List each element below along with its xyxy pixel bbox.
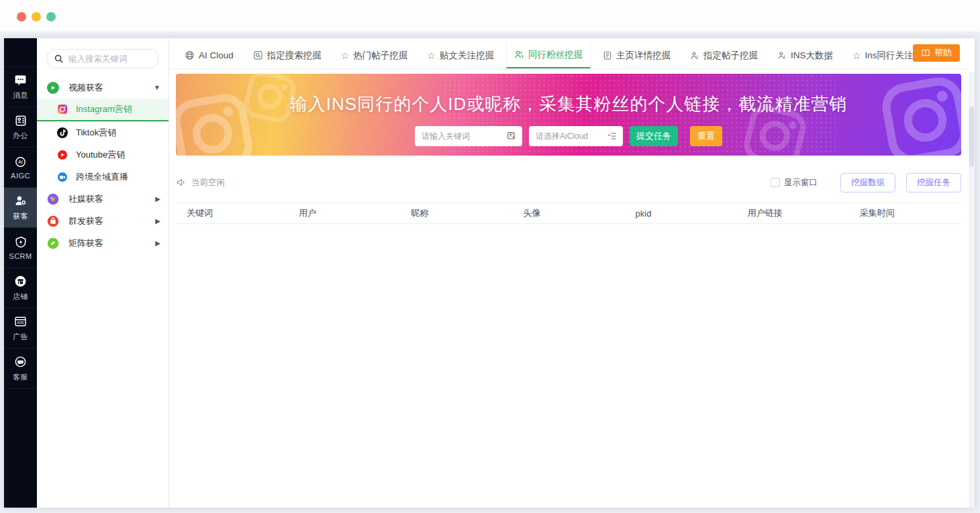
- dropdown-filter-icon[interactable]: [607, 131, 618, 141]
- reset-button[interactable]: 重置: [690, 126, 722, 146]
- sidebar-item-ads[interactable]: ADS 广告: [4, 308, 37, 349]
- tab-homepage-detail-mining[interactable]: 主页详情挖掘: [595, 42, 678, 68]
- svg-text:ADS: ADS: [17, 321, 24, 325]
- sidebar-item-office[interactable]: 办公: [4, 107, 37, 148]
- page-icon: [603, 51, 612, 60]
- people-icon: [514, 50, 524, 60]
- menu-group-video-acquisition[interactable]: 视频获客 ▼: [37, 76, 168, 99]
- feature-tabbar: AI Cloud 指定搜索挖掘 ☆ 热门帖子挖掘 ☆ 贴文关注挖掘 同行粉丝: [169, 42, 969, 69]
- status-text: 当前空闲: [191, 177, 225, 188]
- tab-search-mining[interactable]: 指定搜索挖掘: [246, 42, 329, 68]
- keyword-field[interactable]: [415, 126, 522, 146]
- sidebar-item-label: 广告: [13, 332, 28, 342]
- sidebar-item-label: 消息: [13, 91, 28, 101]
- mine-task-button[interactable]: 挖掘任务: [906, 173, 961, 192]
- live-camera-icon: [57, 172, 68, 182]
- window-controls: [17, 12, 56, 21]
- menu-group-label: 群发获客: [68, 215, 155, 227]
- import-document-icon[interactable]: [506, 131, 517, 141]
- sidebar-item-scrm[interactable]: SCRM: [4, 228, 37, 268]
- sidebar-item-label: AIGC: [11, 172, 30, 180]
- tab-label: 热门帖子挖掘: [353, 50, 407, 62]
- tab-post-follow-mining[interactable]: ☆ 贴文关注挖掘: [420, 42, 501, 68]
- menu-group-label: 社媒获客: [68, 193, 155, 205]
- sidebar-item-label: 客服: [13, 372, 28, 382]
- sidebar-item-shop[interactable]: 店铺: [4, 268, 37, 308]
- tab-label: 指定帖子挖掘: [703, 50, 758, 62]
- menu-group-mass-send[interactable]: 群发获客 ▶: [37, 210, 168, 232]
- submit-task-button[interactable]: 提交任务: [630, 126, 678, 146]
- results-table-header: 关键词 用户 昵称 头像 pkid 用户链接 采集时间: [176, 203, 961, 224]
- toolbar-actions: 显示窗口 挖掘数据 挖掘任务: [771, 173, 961, 192]
- search-square-icon: [253, 50, 263, 60]
- keyword-input[interactable]: [422, 131, 506, 141]
- shop-icon: [14, 275, 28, 288]
- scrm-icon: [14, 235, 28, 249]
- menu-search-input[interactable]: [68, 54, 149, 64]
- sidebar-item-support[interactable]: 客服: [4, 349, 37, 389]
- mine-data-button[interactable]: 挖掘数据: [840, 173, 895, 192]
- youtube-icon: [57, 150, 68, 160]
- instagram-icon: [57, 104, 68, 115]
- results-table-body: [176, 225, 961, 508]
- book-icon: [921, 48, 930, 58]
- svg-text:AI: AI: [18, 160, 23, 165]
- tab-label: INS大数据: [791, 50, 833, 62]
- menu-item-tiktok[interactable]: Tiktok营销: [37, 121, 168, 144]
- zoom-window-icon[interactable]: [46, 12, 56, 21]
- globe-icon: [185, 50, 195, 60]
- menu-group-social-media[interactable]: 社媒获客 ▶: [37, 188, 168, 210]
- menu-item-label: Instagram营销: [76, 103, 160, 115]
- help-button[interactable]: 帮助: [913, 44, 960, 62]
- menu-item-global-live[interactable]: 跨境全域直播: [37, 166, 168, 188]
- show-window-label: 显示窗口: [784, 177, 818, 188]
- app-sidebar-logo-area: [4, 38, 37, 67]
- column-header-keyword: 关键词: [176, 207, 288, 219]
- menu-item-youtube[interactable]: Youtube营销: [37, 144, 168, 166]
- campaign-banner: 输入INS同行的个人ID或昵称，采集其粉丝的个人链接，截流精准营销 提交任务 重…: [176, 74, 961, 156]
- sidebar-item-label: 获客: [13, 211, 28, 221]
- menu-item-label: Youtube营销: [76, 149, 160, 161]
- tab-ins-big-data[interactable]: INS大数据: [770, 42, 840, 68]
- tab-ai-cloud[interactable]: AI Cloud: [177, 42, 241, 68]
- tab-label: 指定搜索挖掘: [267, 50, 322, 62]
- sidebar-item-acquisition[interactable]: 获客: [4, 188, 37, 228]
- help-button-label: 帮助: [934, 47, 952, 59]
- speaker-icon: [176, 177, 187, 188]
- menu-sidebar: 视频获客 ▼ Instagram营销 Tiktok营销 Youtube营销: [37, 38, 169, 508]
- tab-peer-fans-mining[interactable]: 同行粉丝挖掘: [506, 42, 591, 68]
- social-media-icon: [47, 193, 59, 205]
- app-sidebar: 消息 办公 AI AIGC 获客 SCRM: [4, 38, 37, 508]
- minimize-window-icon[interactable]: [32, 12, 41, 21]
- close-window-icon[interactable]: [17, 12, 26, 21]
- os-titlebar: [0, 0, 980, 32]
- menu-item-label: Tiktok营销: [76, 127, 160, 139]
- status-indicator: 当前空闲: [176, 177, 225, 188]
- scrollbar-thumb[interactable]: [969, 107, 974, 167]
- column-header-collect-time: 采集时间: [849, 207, 961, 219]
- sidebar-item-label: 店铺: [13, 292, 28, 302]
- matrix-icon: [47, 237, 59, 249]
- tab-specified-post-mining[interactable]: 指定帖子挖掘: [683, 42, 765, 68]
- show-window-checkbox[interactable]: [771, 178, 780, 187]
- aicloud-select[interactable]: [529, 126, 623, 146]
- menu-item-instagram[interactable]: Instagram营销: [37, 99, 168, 121]
- menu-search[interactable]: [46, 49, 159, 68]
- tab-label: 贴文关注挖掘: [440, 50, 494, 62]
- office-icon: [14, 114, 28, 127]
- column-header-user: 用户: [288, 207, 400, 219]
- vertical-scrollbar[interactable]: [969, 72, 975, 508]
- tiktok-icon: [57, 127, 68, 138]
- sidebar-item-messages[interactable]: 消息: [4, 67, 37, 107]
- chevron-down-icon: ▼: [154, 84, 160, 91]
- column-header-pkid: pkid: [625, 209, 737, 219]
- tab-label: 主页详情挖掘: [616, 50, 671, 62]
- ads-icon: ADS: [14, 315, 28, 329]
- banner-title: 输入INS同行的个人ID或昵称，采集其粉丝的个人链接，截流精准营销: [176, 93, 961, 116]
- aicloud-select-value[interactable]: [536, 131, 607, 141]
- banner-controls: 提交任务 重置: [176, 126, 961, 146]
- tab-hot-posts-mining[interactable]: ☆ 热门帖子挖掘: [334, 42, 415, 68]
- star-icon: ☆: [341, 50, 350, 61]
- sidebar-item-aigc[interactable]: AI AIGC: [4, 148, 37, 188]
- menu-group-matrix[interactable]: 矩阵获客 ▶: [37, 232, 168, 254]
